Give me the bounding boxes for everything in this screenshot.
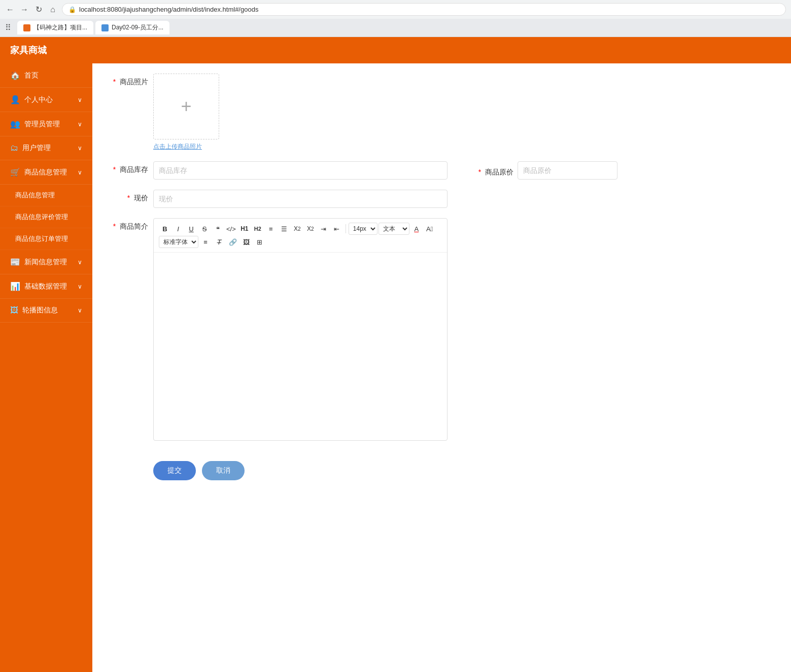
underline-button[interactable]: U [185,223,197,235]
font-style-select[interactable]: 文本 标题1 标题2 [379,223,409,235]
required-star-desc: * [113,222,116,230]
plus-icon: + [181,96,191,117]
subscript-button[interactable]: X2 [291,223,303,235]
tab1-favicon [23,24,30,31]
bold-button[interactable]: B [159,223,171,235]
app-header: 家具商城 [0,37,791,63]
sidebar-sub-goods-info[interactable]: 商品信息管理 [0,185,92,206]
sidebar-item-users[interactable]: 🗂 用户管理 ∨ [0,136,92,160]
sidebar-item-goods[interactable]: 🛒 商品信息管理 ∨ [0,160,92,185]
lock-icon: 🔒 [68,6,76,13]
chevron-down-icon-goods: ∨ [78,169,82,176]
chevron-down-icon-basic: ∨ [78,283,82,290]
sidebar-sub-goods-review[interactable]: 商品信息评价管理 [0,206,92,228]
original-price-section: * 商品原价 [473,161,617,180]
sidebar-item-home[interactable]: 🏠 首页 [0,63,92,88]
rich-text-editor: B I U S ❝ </> H1 H2 ≡ ☰ X2 X2 ⇥ ⇤ [153,218,448,441]
sidebar-sub-label-goods-review: 商品信息评价管理 [15,213,68,222]
current-price-row: * 现价 [108,190,776,208]
submit-button[interactable]: 提交 [153,461,196,480]
sidebar-item-carousel[interactable]: 🖼 轮播图信息 ∨ [0,299,92,323]
sidebar-label-users: 用户管理 [22,144,51,153]
clear-format-button[interactable]: T̶ [213,236,225,248]
font-color-button[interactable]: A [410,223,423,235]
hint-prefix: 点击 [153,143,165,150]
table-button[interactable]: ⊞ [253,236,265,248]
tab2-label: Day02-09-员工分... [112,23,163,32]
italic-button[interactable]: I [172,223,184,235]
font-size-select[interactable]: 14px 12px 16px 18px [349,223,377,235]
unordered-list-button[interactable]: ☰ [278,223,290,235]
blockquote-button[interactable]: ❝ [212,223,224,235]
address-bar[interactable]: 🔒 localhost:8080/jiajushangcheng/admin/d… [62,3,786,16]
sidebar: 🏠 首页 👤 个人中心 ∨ 👥 管理员管理 ∨ 🗂 用户管理 ∨ 🛒 商品信息管… [0,63,92,672]
editor-toolbar: B I U S ❝ </> H1 H2 ≡ ☰ X2 X2 ⇥ ⇤ [154,219,447,253]
apps-icon[interactable]: ⠿ [5,23,11,32]
browser-tab-1[interactable]: 【码神之路】项目... [17,21,93,34]
forward-button[interactable]: → [19,5,29,15]
sidebar-label-news: 新闻信息管理 [24,258,67,267]
users-icon: 🗂 [10,144,18,153]
sidebar-label-admin: 管理员管理 [24,120,60,129]
required-star-price: * [127,194,130,202]
image-upload-box[interactable]: + [153,74,219,139]
sidebar-label-personal: 个人中心 [24,95,53,104]
chevron-down-icon-carousel: ∨ [78,307,82,314]
sidebar-item-personal[interactable]: 👤 个人中心 ∨ [0,88,92,112]
sidebar-label-basic: 基础数据管理 [24,282,67,291]
strikethrough-button[interactable]: S [198,223,211,235]
app-container: 家具商城 🏠 首页 👤 个人中心 ∨ 👥 管理员管理 ∨ 🗂 用户管理 ∨ [0,37,791,672]
stock-price-row: * 商品库存 * 商品原价 [108,161,776,180]
goods-icon: 🛒 [10,167,20,177]
reload-button[interactable]: ↻ [33,5,44,15]
content-area: * 商品照片 + 点击上传商品照片 * 商品库存 [92,63,791,672]
sidebar-sub-goods-order[interactable]: 商品信息订单管理 [0,228,92,250]
tab1-label: 【码神之路】项目... [33,23,87,32]
description-label: * 商品简介 [108,218,148,231]
current-price-input[interactable] [153,190,448,208]
ordered-list-button[interactable]: ≡ [265,223,277,235]
outdent-button[interactable]: ⇤ [331,223,343,235]
required-star-photo: * [113,78,116,86]
carousel-icon: 🖼 [10,306,18,315]
browser-tabs: ⠿ 【码神之路】项目... Day02-09-员工分... [0,19,791,37]
cancel-button[interactable]: 取消 [202,461,245,480]
sidebar-item-news[interactable]: 📰 新闻信息管理 ∨ [0,250,92,274]
h2-button[interactable]: H2 [252,223,264,235]
photo-upload-row: * 商品照片 + 点击上传商品照片 [108,74,776,151]
image-button[interactable]: 🖼 [240,236,252,248]
chevron-down-icon-admin: ∨ [78,121,82,128]
superscript-button[interactable]: X2 [304,223,317,235]
sidebar-sub-label-goods-order: 商品信息订单管理 [15,234,68,243]
font-family-select[interactable]: 标准字体 宋体 微软雅黑 [159,236,198,248]
indent-button[interactable]: ⇥ [318,223,330,235]
h1-button[interactable]: H1 [238,223,251,235]
image-hint: 点击上传商品照片 [153,143,219,151]
hint-link[interactable]: 上传商品照片 [165,143,202,150]
sidebar-label-home: 首页 [24,71,39,80]
photo-upload-section: + 点击上传商品照片 [153,74,219,151]
browser-chrome: ← → ↻ ⌂ 🔒 localhost:8080/jiajushangcheng… [0,0,791,37]
code-button[interactable]: </> [225,223,237,235]
home-button[interactable]: ⌂ [48,5,58,15]
link-button[interactable]: 🔗 [227,236,239,248]
chevron-down-icon: ∨ [78,96,82,103]
home-icon: 🏠 [10,70,20,80]
sidebar-item-basic[interactable]: 📊 基础数据管理 ∨ [0,274,92,299]
editor-body[interactable] [154,253,447,440]
admin-icon: 👥 [10,119,20,129]
original-price-input[interactable] [518,161,617,180]
required-star-stock: * [113,165,116,173]
browser-tab-2[interactable]: Day02-09-员工分... [95,21,169,34]
font-highlight-button[interactable]: A⃣ [424,223,436,235]
description-row: * 商品简介 B I U S ❝ </> H1 H2 ≡ ☰ [108,218,776,441]
news-icon: 📰 [10,257,20,267]
stock-label: * 商品库存 [108,161,148,174]
stock-input[interactable] [153,161,448,180]
back-button[interactable]: ← [5,5,15,15]
sidebar-item-admin[interactable]: 👥 管理员管理 ∨ [0,112,92,136]
form-actions: 提交 取消 [153,451,776,490]
original-price-label: * 商品原价 [473,164,513,177]
align-center-button[interactable]: ≡ [199,236,212,248]
app-title: 家具商城 [10,44,47,56]
